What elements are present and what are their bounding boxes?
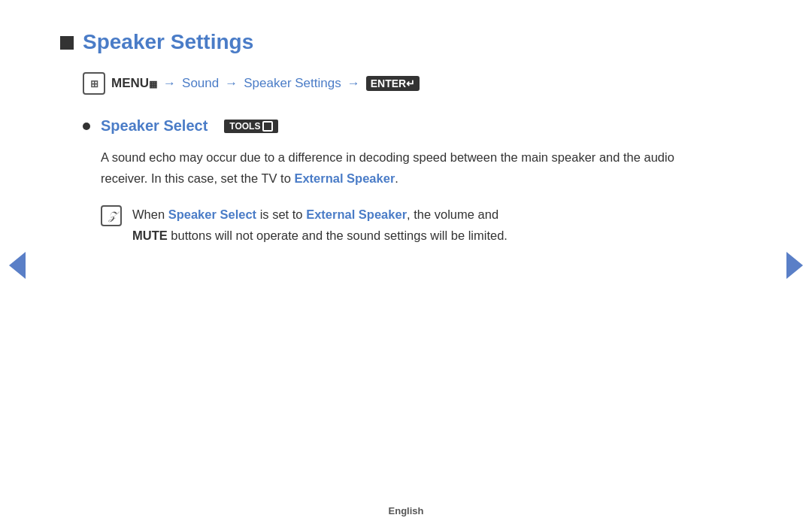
breadcrumb: ⊞ MENU▦ → Sound → Speaker Settings → ENT…	[83, 72, 677, 95]
breadcrumb-arrow-2: →	[225, 76, 238, 91]
note-external-speaker: External Speaker	[306, 207, 407, 221]
menu-icon: ⊞	[83, 72, 105, 95]
breadcrumb-sound: Sound	[182, 76, 219, 91]
note-row: 𝒵 When Speaker Select is set to External…	[101, 204, 677, 246]
breadcrumb-enter: ENTER↵	[366, 76, 420, 91]
note-when: When	[132, 207, 168, 221]
breadcrumb-speaker-settings: Speaker Settings	[244, 76, 341, 91]
note-text: When Speaker Select is set to External S…	[132, 204, 508, 246]
breadcrumb-arrow-1: →	[163, 76, 176, 91]
note-buttons: buttons will not operate and the sound s…	[168, 229, 508, 242]
bullet-dot-icon	[83, 123, 90, 130]
note-mute: MUTE	[132, 229, 168, 242]
page-title-row: Speaker Settings	[60, 30, 677, 54]
breadcrumb-arrow-3: →	[347, 76, 360, 91]
tools-badge: TOOLS	[224, 120, 278, 133]
footer-language: English	[389, 505, 424, 516]
speaker-select-label: Speaker Select	[101, 117, 208, 135]
nav-arrow-right[interactable]	[786, 252, 803, 279]
main-content: Speaker Settings ⊞ MENU▦ → Sound → Speak…	[0, 0, 737, 276]
page-title: Speaker Settings	[83, 30, 253, 54]
note-speaker-select: Speaker Select	[168, 207, 256, 221]
description-text: A sound echo may occur due to a differen…	[101, 147, 677, 189]
note-is-set: is set to	[256, 207, 306, 221]
note-comma: , the volume and	[407, 207, 498, 221]
title-square-icon	[60, 36, 74, 50]
note-icon: 𝒵	[101, 205, 122, 226]
nav-arrow-left[interactable]	[9, 252, 26, 279]
section-body: Speaker Select TOOLS A sound echo may oc…	[83, 117, 677, 246]
bullet-row: Speaker Select TOOLS	[83, 117, 677, 135]
breadcrumb-menu-label: MENU▦	[111, 76, 157, 91]
description-period: .	[395, 171, 398, 185]
description-external-speaker: External Speaker	[294, 171, 395, 185]
